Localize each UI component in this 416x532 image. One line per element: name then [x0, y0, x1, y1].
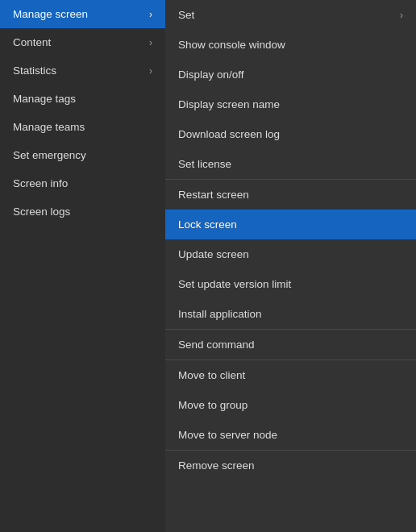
context-menu: Manage screen›Content›Statistics›Manage … — [0, 0, 416, 532]
right-menu-label-install-application: Install application — [178, 308, 262, 320]
left-menu-item-screen-info[interactable]: Screen info — [0, 169, 165, 197]
right-menu-label-move-to-server-node: Move to server node — [178, 429, 277, 441]
right-menu-item-lock-screen[interactable]: Lock screen — [165, 210, 416, 239]
right-menu-label-send-command: Send command — [178, 339, 255, 351]
right-menu-item-send-command[interactable]: Send command — [165, 330, 416, 360]
right-menu-item-set[interactable]: Set› — [165, 0, 416, 30]
right-menu-item-set-license[interactable]: Set license — [165, 149, 416, 180]
right-menu-item-display-screen-name[interactable]: Display screen name — [165, 89, 416, 119]
left-menu-item-manage-screen[interactable]: Manage screen› — [0, 0, 165, 28]
right-menu-label-set-license: Set license — [178, 158, 231, 170]
right-menu-label-update-screen: Update screen — [178, 248, 249, 260]
left-menu-label-manage-teams: Manage teams — [13, 121, 85, 133]
right-menu-label-download-screen-log: Download screen log — [178, 128, 280, 140]
right-menu-item-display-onoff[interactable]: Display on/off — [165, 60, 416, 89]
right-menu-item-set-update-version[interactable]: Set update version limit — [165, 269, 416, 299]
right-menu-label-display-onoff: Display on/off — [178, 69, 244, 81]
right-menu-label-remove-screen: Remove screen — [178, 459, 255, 472]
left-menu-item-set-emergency[interactable]: Set emergency — [0, 141, 165, 169]
right-menu-label-lock-screen: Lock screen — [178, 218, 237, 231]
left-menu-label-screen-info: Screen info — [13, 177, 68, 189]
right-menu-item-move-to-client[interactable]: Move to client — [165, 360, 416, 390]
right-menu-item-download-screen-log[interactable]: Download screen log — [165, 119, 416, 149]
left-menu-label-set-emergency: Set emergency — [13, 149, 86, 161]
left-menu-label-content: Content — [13, 36, 51, 48]
left-menu-item-manage-teams[interactable]: Manage teams — [0, 113, 165, 141]
chevron-right-icon: › — [149, 9, 152, 20]
right-menu-item-show-console[interactable]: Show console window — [165, 30, 416, 60]
right-menu-item-remove-screen[interactable]: Remove screen — [165, 451, 416, 480]
chevron-right-icon: › — [149, 65, 152, 77]
right-menu-panel: Set›Show console windowDisplay on/offDis… — [165, 0, 416, 532]
right-menu-item-restart-screen[interactable]: Restart screen — [165, 180, 416, 210]
right-menu-item-install-application[interactable]: Install application — [165, 299, 416, 330]
left-menu-item-statistics[interactable]: Statistics› — [0, 56, 165, 85]
left-menu-item-screen-logs[interactable]: Screen logs — [0, 197, 165, 226]
right-menu-item-update-screen[interactable]: Update screen — [165, 239, 416, 269]
right-menu-label-move-to-group: Move to group — [178, 399, 248, 411]
right-menu-label-display-screen-name: Display screen name — [178, 98, 280, 110]
right-menu-item-move-to-server-node[interactable]: Move to server node — [165, 420, 416, 451]
left-menu-label-manage-screen: Manage screen — [13, 8, 88, 20]
right-menu-label-set-update-version: Set update version limit — [178, 278, 291, 290]
left-menu-label-screen-logs: Screen logs — [13, 206, 70, 218]
left-menu-panel: Manage screen›Content›Statistics›Manage … — [0, 0, 165, 532]
left-menu-item-content[interactable]: Content› — [0, 28, 165, 56]
left-menu-label-manage-tags: Manage tags — [13, 93, 76, 105]
left-menu-label-statistics: Statistics — [13, 64, 56, 77]
chevron-right-icon: › — [149, 37, 152, 48]
right-menu-item-move-to-group[interactable]: Move to group — [165, 390, 416, 420]
right-menu-label-show-console: Show console window — [178, 39, 285, 51]
right-menu-label-set: Set — [178, 9, 194, 21]
chevron-right-icon: › — [400, 10, 403, 21]
right-menu-label-restart-screen: Restart screen — [178, 189, 249, 201]
right-menu-label-move-to-client: Move to client — [178, 369, 245, 381]
left-menu-item-manage-tags[interactable]: Manage tags — [0, 85, 165, 113]
